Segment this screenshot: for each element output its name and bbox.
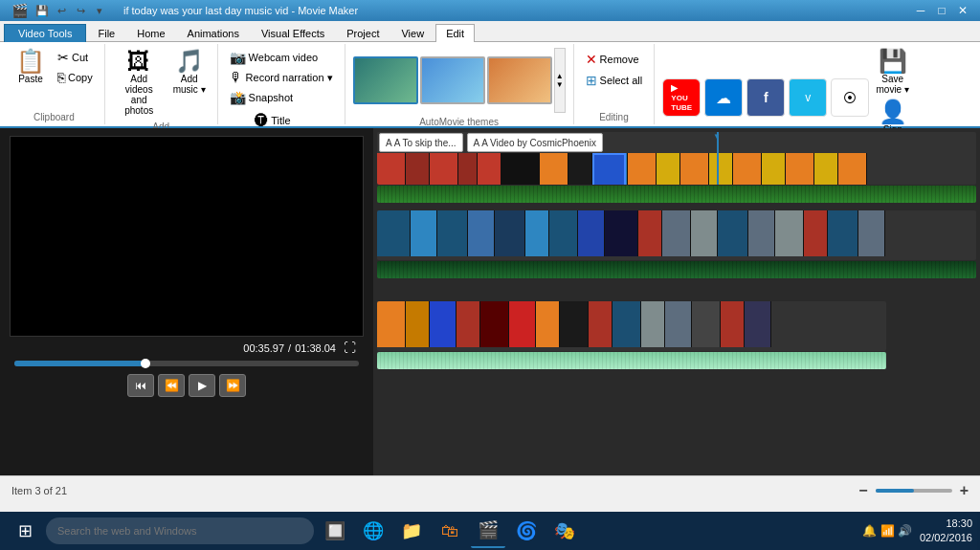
- video-track-2[interactable]: [377, 210, 976, 260]
- quick-access-dropdown[interactable]: ▾: [91, 2, 108, 19]
- video-track-1[interactable]: A A To skip the... A A Video by CosmicPh…: [377, 132, 976, 185]
- seekbar-thumb[interactable]: [141, 359, 150, 368]
- caption-text-icon: A: [386, 138, 392, 148]
- frame: [762, 153, 786, 185]
- frame: [804, 210, 828, 256]
- zoom-out-icon[interactable]: −: [858, 482, 867, 499]
- timeline-area[interactable]: A A To skip the... A A Video by CosmicPh…: [373, 128, 980, 475]
- music-track[interactable]: [377, 352, 886, 369]
- track-group-1: A A To skip the... A A Video by CosmicPh…: [377, 132, 976, 203]
- caption-text-icon-2: A: [474, 138, 480, 148]
- tab-visual-effects[interactable]: Visual Effects: [251, 24, 335, 42]
- remove-button[interactable]: ✕ Remove: [582, 50, 643, 69]
- editing-label: Editing: [599, 110, 629, 122]
- themes-scroll-arrow[interactable]: ▲ ▼: [554, 48, 566, 113]
- theme-3[interactable]: [487, 56, 552, 104]
- frame: [638, 210, 662, 256]
- facebook-button[interactable]: f: [746, 78, 785, 117]
- caption-bar: A A To skip the... A A Video by CosmicPh…: [377, 132, 976, 153]
- tab-animations[interactable]: Animations: [177, 24, 250, 42]
- time-separator: /: [288, 342, 291, 354]
- track-group-2: [377, 210, 976, 278]
- ribbon-add-extras-section: 📷 Webcam video 🎙 Record narration ▾ 📸 Sn…: [218, 44, 345, 124]
- fullscreen-icon[interactable]: ⛶: [344, 341, 356, 355]
- play-back-button[interactable]: ⏪: [158, 374, 185, 397]
- play-forward-button[interactable]: ⏩: [219, 374, 246, 397]
- tab-file[interactable]: File: [87, 24, 125, 42]
- chevron-down-icon: ▼: [556, 80, 564, 89]
- snapshot-button[interactable]: 📸 Snapshot: [226, 88, 297, 107]
- title-bar: 🎬 💾 ↩ ↪ ▾ if today was your last day mus…: [0, 0, 980, 21]
- frame: [721, 301, 745, 347]
- taskbar: ⊞ 🔲 🌐 📁 🛍 🎬 🌀 🎭 🔔 📶 🔊 18:30 02/02/2016: [0, 512, 980, 550]
- system-clock[interactable]: 18:30 02/02/2016: [920, 517, 972, 546]
- frame: [733, 153, 762, 185]
- store-icon[interactable]: 🛍: [433, 514, 467, 548]
- youtube-button[interactable]: ▶YOUTUBE: [662, 78, 701, 117]
- title-button[interactable]: 🅣 Title: [251, 111, 294, 130]
- title-left: 🎬 💾 ↩ ↪ ▾ if today was your last day mus…: [8, 2, 358, 19]
- frame: [612, 301, 641, 347]
- preview-seekbar[interactable]: [14, 361, 359, 366]
- share-icons-row: ▶YOUTUBE ☁ f v ⦿: [662, 78, 869, 117]
- snapshot-icon: 📸: [230, 90, 246, 105]
- automovie-label: AutoMovie themes: [419, 115, 499, 127]
- save-movie-button[interactable]: 💾 Savemovie ▾: [871, 48, 914, 97]
- caption-1[interactable]: A A To skip the...: [379, 133, 463, 152]
- minimize-btn[interactable]: ─: [911, 4, 930, 17]
- add-music-button[interactable]: 🎵 Addmusic ▾: [169, 48, 210, 97]
- flickr-icon: ⦿: [843, 90, 857, 105]
- theme-2[interactable]: [420, 56, 485, 104]
- frame: [605, 210, 638, 256]
- task-view-button[interactable]: 🔲: [318, 514, 352, 548]
- frame: [525, 210, 549, 256]
- record-narration-button[interactable]: 🎙 Record narration ▾: [226, 68, 337, 87]
- app-icon-2[interactable]: 🎭: [547, 514, 582, 548]
- tab-home[interactable]: Home: [126, 24, 175, 42]
- caption-2[interactable]: A A Video by CosmicPhoenix: [467, 133, 604, 152]
- app-icon-1[interactable]: 🌀: [509, 514, 544, 548]
- zoom-in-icon[interactable]: +: [960, 482, 969, 499]
- cut-button[interactable]: ✂ Cut: [54, 48, 97, 67]
- copy-button[interactable]: ⎘ Copy: [54, 68, 97, 87]
- frame: [657, 153, 680, 185]
- play-button[interactable]: ▶: [189, 374, 215, 397]
- tab-project[interactable]: Project: [336, 24, 390, 42]
- explorer-icon[interactable]: 📁: [394, 514, 429, 548]
- frame: [411, 210, 437, 256]
- frame: [858, 210, 885, 256]
- frame: [718, 210, 748, 256]
- select-all-button[interactable]: ⊞ Select all: [582, 71, 647, 90]
- webcam-button[interactable]: 📷 Webcam video: [226, 48, 323, 67]
- audio-track-1[interactable]: [377, 186, 976, 203]
- app-icon: 🎬: [11, 3, 28, 18]
- audio-track-2[interactable]: [377, 261, 976, 278]
- close-btn[interactable]: ✕: [953, 4, 972, 17]
- clipboard-label: Clipboard: [33, 110, 75, 122]
- onedrive-button[interactable]: ☁: [704, 78, 743, 117]
- redo-quick-btn[interactable]: ↪: [72, 2, 89, 19]
- vimeo-button[interactable]: v: [789, 78, 827, 117]
- rewind-button[interactable]: ⏮: [127, 374, 154, 397]
- tab-edit[interactable]: Edit: [435, 24, 475, 42]
- frame: [828, 210, 858, 256]
- add-videos-button[interactable]: 🖼 Add videosand photos: [113, 48, 166, 118]
- tab-video-tools[interactable]: Video Tools: [4, 24, 86, 42]
- theme-1[interactable]: [353, 56, 418, 104]
- frame: [478, 153, 501, 185]
- flickr-button[interactable]: ⦿: [831, 78, 869, 117]
- zoom-slider[interactable]: [876, 489, 952, 493]
- video-track-3[interactable]: [377, 301, 886, 351]
- paste-button[interactable]: 📋 Paste: [11, 48, 50, 86]
- frame: [430, 301, 457, 347]
- moviemaker-taskbar-icon[interactable]: 🎬: [471, 514, 505, 548]
- maximize-btn[interactable]: □: [932, 4, 951, 17]
- start-button[interactable]: ⊞: [8, 514, 42, 548]
- save-quick-btn[interactable]: 💾: [33, 2, 51, 19]
- sign-in-icon: 👤: [879, 100, 907, 123]
- undo-quick-btn[interactable]: ↩: [53, 2, 70, 19]
- ribbon-automovie-section: ▲ ▼ AutoMovie themes: [345, 44, 574, 124]
- taskbar-search-input[interactable]: [46, 517, 314, 544]
- edge-icon[interactable]: 🌐: [356, 514, 390, 548]
- tab-view[interactable]: View: [390, 24, 434, 42]
